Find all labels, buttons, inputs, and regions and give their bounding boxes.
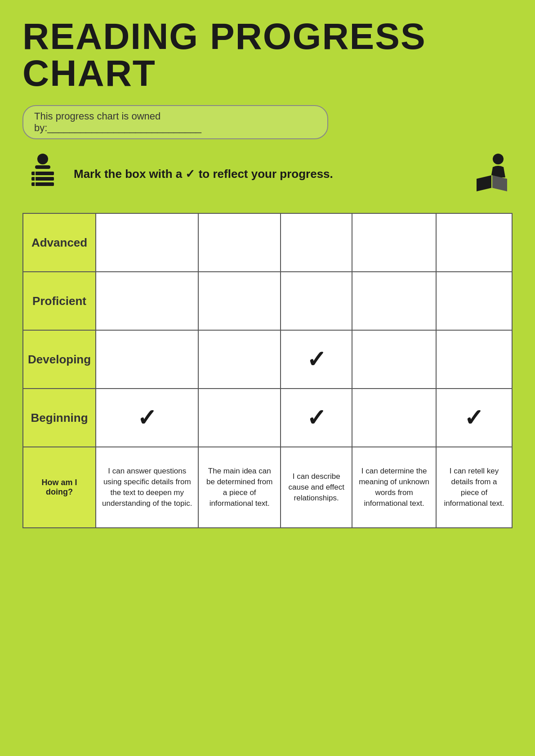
how-am-i-doing-row: How am I doing?I can answer questions us…: [23, 447, 512, 528]
table-row: Proficient: [23, 272, 512, 330]
row-label-developing: Developing: [23, 330, 96, 389]
cell-3-3[interactable]: [352, 389, 436, 447]
checkmark-icon: ✓: [307, 405, 326, 431]
page-title: READING PROGRESS CHART: [22, 18, 513, 92]
table-row: Beginning✓✓✓: [23, 389, 512, 447]
table-row: Developing✓: [23, 330, 512, 389]
skill-desc-2: I can describe cause and effect relation…: [281, 447, 352, 528]
cell-1-1[interactable]: [198, 272, 281, 330]
person-reading-icon: [472, 153, 513, 195]
cell-2-2[interactable]: ✓: [281, 330, 352, 389]
checkmark-icon: ✓: [464, 405, 484, 431]
checkmark-icon: ✓: [307, 346, 326, 372]
cell-0-0[interactable]: [96, 213, 198, 272]
instructions-text: Mark the box with a ✓ to reflect your pr…: [74, 167, 333, 181]
svg-point-0: [37, 154, 48, 164]
cell-2-4[interactable]: [436, 330, 512, 389]
skill-desc-1: The main idea can be determined from a p…: [198, 447, 281, 528]
cell-3-2[interactable]: ✓: [281, 389, 352, 447]
reading-books-icon: [22, 153, 63, 195]
cell-3-1[interactable]: [198, 389, 281, 447]
cell-3-4[interactable]: ✓: [436, 389, 512, 447]
row-label-proficient: Proficient: [23, 272, 96, 330]
skill-desc-4: I can retell key details from a piece of…: [436, 447, 512, 528]
skill-desc-3: I can determine the meaning of unknown w…: [352, 447, 436, 528]
owner-bar: This progress chart is owned by:________…: [22, 105, 328, 139]
row-label-advanced: Advanced: [23, 213, 96, 272]
cell-1-3[interactable]: [352, 272, 436, 330]
cell-2-1[interactable]: [198, 330, 281, 389]
svg-point-8: [493, 154, 504, 164]
cell-0-1[interactable]: [198, 213, 281, 272]
table-row: Advanced: [23, 213, 512, 272]
cell-2-0[interactable]: [96, 330, 198, 389]
cell-0-4[interactable]: [436, 213, 512, 272]
checkmark-icon: ✓: [137, 405, 157, 431]
skill-desc-0: I can answer questions using specific de…: [96, 447, 198, 528]
progress-table: AdvancedProficientDeveloping✓Beginning✓✓…: [22, 213, 513, 528]
cell-1-2[interactable]: [281, 272, 352, 330]
cell-0-3[interactable]: [352, 213, 436, 272]
cell-1-0[interactable]: [96, 272, 198, 330]
cell-2-3[interactable]: [352, 330, 436, 389]
svg-rect-1: [35, 165, 50, 169]
row-label-beginning: Beginning: [23, 389, 96, 447]
cell-3-0[interactable]: ✓: [96, 389, 198, 447]
how-label: How am I doing?: [23, 447, 96, 528]
cell-1-4[interactable]: [436, 272, 512, 330]
cell-0-2[interactable]: [281, 213, 352, 272]
instructions-row: Mark the box with a ✓ to reflect your pr…: [22, 153, 513, 195]
